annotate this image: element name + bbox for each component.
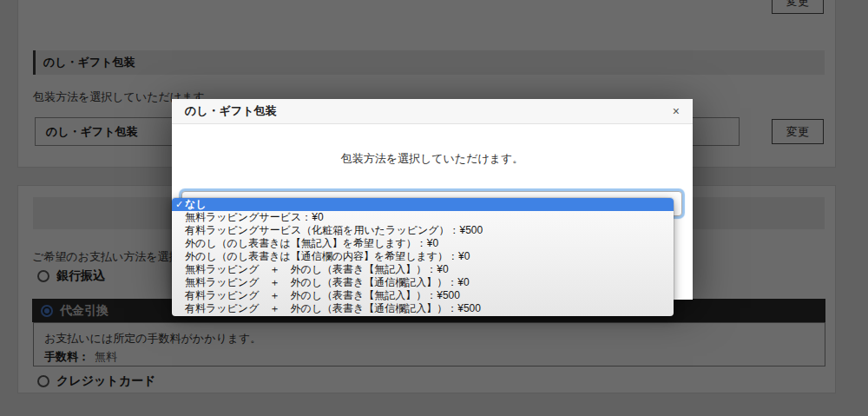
dropdown-option[interactable]: ✓なし [172, 198, 674, 211]
dropdown-option[interactable]: 無料ラッピングサービス：¥0 [172, 211, 674, 224]
page-background: 変更 のし・ギフト包装 包装方法を選択していただけます。 のし・ギフト包装 変更… [0, 0, 868, 416]
wrapping-method-dropdown-list: ✓なし無料ラッピングサービス：¥0有料ラッピングサービス（化粧箱を用いたラッピン… [172, 198, 674, 316]
dropdown-option[interactable]: 有料ラッピング ＋ 外のし（表書き【通信欄記入】）：¥500 [172, 302, 674, 315]
modal-header: のし・ギフト包装 × [172, 99, 693, 124]
dropdown-option[interactable]: 有料ラッピング ＋ 外のし（表書き【無記入】）：¥500 [172, 289, 674, 302]
dropdown-option[interactable]: 無料ラッピング ＋ 外のし（表書き【通信欄記入】）：¥0 [172, 276, 674, 289]
dropdown-option[interactable]: 無料ラッピング ＋ 外のし（表書き【無記入】）：¥0 [172, 263, 674, 276]
checkmark-icon: ✓ [175, 198, 183, 211]
modal-title: のし・ギフト包装 [185, 103, 277, 119]
dropdown-option[interactable]: 外のし（のし表書きは【無記入】を希望します）：¥0 [172, 237, 674, 250]
modal-message: 包装方法を選択していただけます。 [172, 151, 693, 167]
dropdown-option[interactable]: 外のし（のし表書きは【通信欄の内容】を希望します）：¥0 [172, 250, 674, 263]
close-icon[interactable]: × [673, 105, 680, 117]
dropdown-option[interactable]: 有料ラッピングサービス（化粧箱を用いたラッピング）：¥500 [172, 224, 674, 237]
